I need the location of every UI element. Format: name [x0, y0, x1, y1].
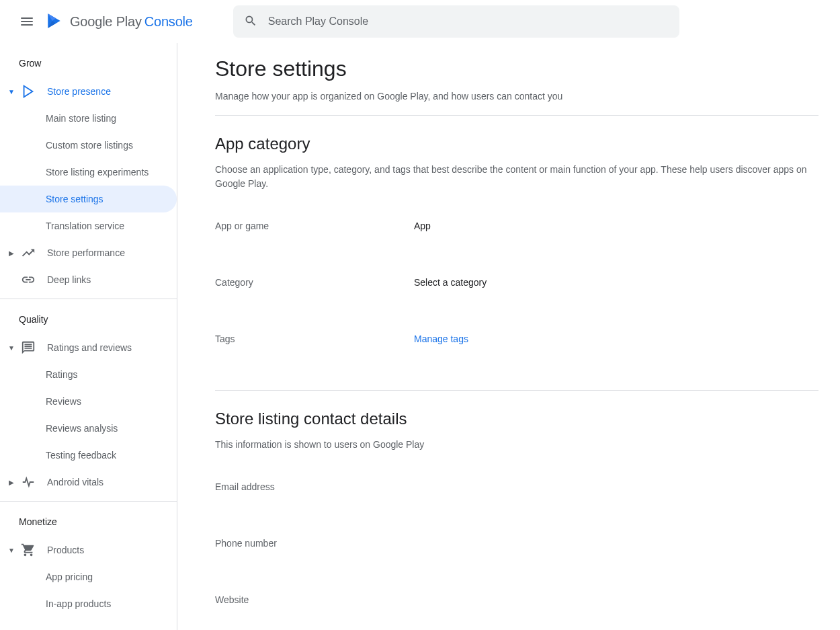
search-input[interactable] — [268, 15, 669, 28]
sidebar-item-label: Translation service — [46, 221, 124, 231]
chevron-down-icon: ▼ — [5, 88, 17, 95]
form-row-tags: Tags Manage tags — [215, 333, 818, 344]
chevron-down-icon: ▼ — [5, 547, 17, 554]
hamburger-icon — [21, 17, 33, 26]
sidebar-item-android-vitals[interactable]: ▶ Android vitals — [0, 469, 177, 496]
form-label: Tags — [215, 333, 414, 344]
section-title-app-category: App category — [215, 134, 818, 153]
sidebar-item-ratings-and-reviews[interactable]: ▼ Ratings and reviews — [0, 334, 177, 361]
logo-text: Google PlayConsole — [70, 14, 193, 30]
sidebar-item-label: Reviews analysis — [46, 423, 118, 434]
sidebar-item-label: Testing feedback — [46, 450, 116, 461]
section-header-monetize: Monetize — [0, 507, 177, 537]
sidebar-item-label: In-app products — [46, 598, 111, 609]
divider — [215, 115, 818, 116]
play-icon — [20, 83, 36, 100]
sidebar-item-main-store-listing[interactable]: Main store listing — [0, 105, 177, 132]
form-label: Website — [215, 594, 414, 605]
comment-icon — [20, 340, 36, 356]
form-label: App or game — [215, 221, 414, 231]
sidebar-item-reviews[interactable]: Reviews — [0, 388, 177, 415]
menu-button[interactable] — [11, 5, 43, 38]
sidebar-item-products[interactable]: ▼ Products — [0, 537, 177, 563]
sidebar-item-label: App pricing — [46, 572, 93, 582]
sidebar-item-label: Store performance — [47, 247, 125, 258]
divider — [0, 299, 177, 299]
cart-icon — [20, 542, 36, 558]
sidebar-item-label: Store listing experiments — [46, 167, 149, 178]
sidebar-item-label: Android vitals — [47, 477, 103, 487]
section-header-grow: Grow — [0, 48, 177, 78]
sidebar-item-label: Deep links — [47, 274, 91, 285]
main-content: Store settings Manage how your app is or… — [177, 43, 840, 630]
sidebar-item-label: Main store listing — [46, 113, 116, 124]
sidebar-item-label: Custom store listings — [46, 140, 133, 151]
sidebar-item-label: Store presence — [47, 86, 111, 97]
logo[interactable]: Google PlayConsole — [46, 12, 193, 32]
sidebar-item-in-app-products[interactable]: In-app products — [0, 590, 177, 617]
search-bar[interactable] — [233, 5, 679, 38]
search-icon — [244, 14, 257, 30]
sidebar-item-store-presence[interactable]: ▼ Store presence — [0, 78, 177, 105]
sidebar-item-testing-feedback[interactable]: Testing feedback — [0, 442, 177, 469]
sidebar-item-translation-service[interactable]: Translation service — [0, 212, 177, 239]
sidebar-item-label: Ratings and reviews — [47, 342, 132, 353]
page-subtitle: Manage how your app is organized on Goog… — [215, 91, 818, 102]
form-label: Email address — [215, 481, 414, 492]
section-desc: This information is shown to users on Go… — [215, 438, 818, 452]
sidebar-item-store-performance[interactable]: ▶ Store performance — [0, 239, 177, 266]
form-row-category: Category Select a category — [215, 277, 818, 288]
chevron-right-icon: ▶ — [5, 249, 17, 257]
form-label: Category — [215, 277, 414, 288]
sidebar-item-store-settings[interactable]: Store settings — [0, 186, 177, 212]
manage-tags-link[interactable]: Manage tags — [414, 333, 468, 344]
chevron-right-icon: ▶ — [5, 479, 17, 486]
form-row-email: Email address — [215, 481, 818, 492]
sidebar-item-label: Ratings — [46, 369, 77, 380]
sidebar-item-deep-links[interactable]: Deep links — [0, 266, 177, 293]
divider — [215, 390, 818, 391]
section-title-contact: Store listing contact details — [215, 409, 818, 428]
form-value[interactable]: Select a category — [414, 277, 487, 288]
sidebar-item-label: Store settings — [46, 194, 103, 204]
vitals-icon — [20, 474, 36, 490]
form-value[interactable]: App — [414, 221, 431, 231]
sidebar-item-app-pricing[interactable]: App pricing — [0, 563, 177, 590]
section-desc: Choose an application type, category, an… — [215, 163, 818, 191]
form-label: Phone number — [215, 538, 414, 549]
form-row-website: Website — [215, 594, 818, 605]
sidebar-item-reviews-analysis[interactable]: Reviews analysis — [0, 415, 177, 442]
trending-icon — [20, 245, 36, 261]
page-title: Store settings — [215, 56, 818, 81]
sidebar-item-ratings[interactable]: Ratings — [0, 361, 177, 388]
form-row-phone: Phone number — [215, 538, 818, 549]
header: Google PlayConsole — [0, 0, 840, 43]
play-logo-icon — [46, 12, 63, 32]
sidebar-item-label: Reviews — [46, 396, 81, 407]
link-icon — [20, 272, 36, 288]
sidebar-item-custom-store-listings[interactable]: Custom store listings — [0, 132, 177, 159]
section-header-quality: Quality — [0, 305, 177, 334]
form-row-app-or-game: App or game App — [215, 221, 818, 231]
sidebar-item-store-listing-experiments[interactable]: Store listing experiments — [0, 159, 177, 186]
divider — [0, 501, 177, 502]
chevron-down-icon: ▼ — [5, 344, 17, 352]
sidebar-item-label: Products — [47, 545, 84, 555]
sidebar: Grow ▼ Store presence Main store listing… — [0, 43, 177, 630]
